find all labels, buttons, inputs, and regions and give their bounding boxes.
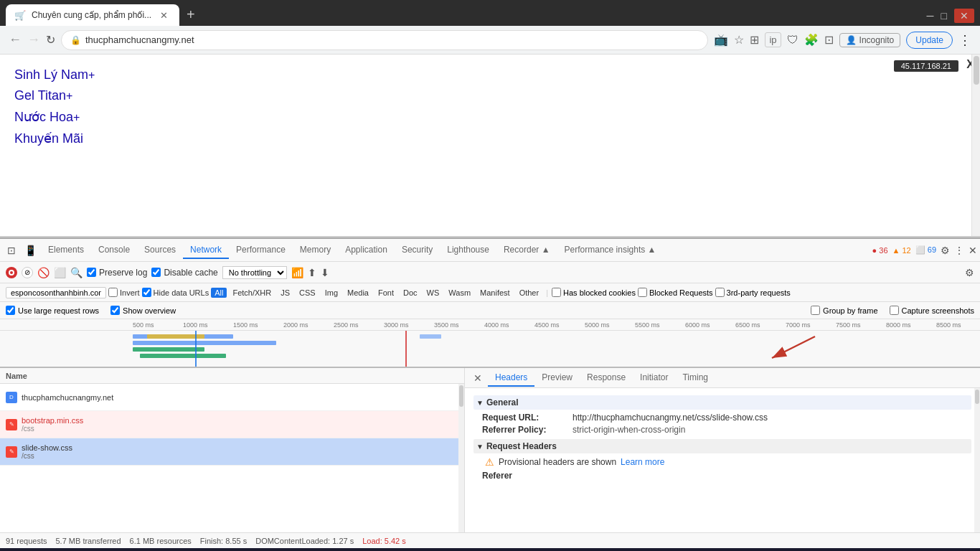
star-icon[interactable]: ☆ (734, 33, 744, 47)
record-button[interactable] (6, 267, 17, 278)
disable-cache-label[interactable]: Disable cache (151, 268, 217, 278)
tab-sources[interactable]: Sources (137, 242, 183, 259)
invert-label[interactable]: Invert (108, 288, 140, 297)
has-blocked-cookies-checkbox[interactable] (552, 288, 561, 297)
third-party-checkbox[interactable] (715, 288, 725, 297)
tab-application[interactable]: Application (338, 242, 395, 259)
link-gel-titan[interactable]: Gel Titan+ (14, 88, 966, 103)
page-scrollbar[interactable] (971, 55, 980, 236)
detail-scrollbar[interactable] (974, 388, 980, 532)
address-bar[interactable]: 🔒 thucphamchucnangmy.net (61, 30, 708, 50)
filter-js[interactable]: JS (277, 288, 293, 298)
search-icon[interactable]: 🔍 (70, 267, 83, 278)
minimize-icon[interactable]: ─ (927, 10, 934, 22)
devtools-device-icon[interactable]: 📱 (20, 245, 41, 256)
upload-icon[interactable]: ⬆ (308, 267, 316, 278)
ip-icon[interactable]: ip (765, 32, 781, 47)
filter-manifest[interactable]: Manifest (476, 288, 514, 298)
filter-other[interactable]: Other (516, 288, 543, 298)
request-headers-section-header[interactable]: ▼ Request Headers (473, 439, 971, 453)
filter-font[interactable]: Font (374, 288, 397, 298)
filter-css[interactable]: CSS (296, 288, 319, 298)
sidebar-icon[interactable]: ⊡ (824, 33, 834, 47)
tab-elements[interactable]: Elements (41, 242, 91, 259)
filter-fetch-xhr[interactable]: Fetch/XHR (229, 288, 275, 298)
tab-security[interactable]: Security (395, 242, 440, 259)
tab-performance[interactable]: Performance (229, 242, 293, 259)
network-settings-icon[interactable]: ⚙ (965, 267, 974, 278)
stop-button[interactable]: ⊘ (22, 267, 33, 278)
link-khuyen-mai[interactable]: Khuyến Mãi (14, 131, 966, 146)
link-sinh-ly-nam[interactable]: Sinh Lý Nam+ (14, 67, 966, 83)
link-nuoc-hoa[interactable]: Nước Hoa+ (14, 109, 966, 125)
wifi-icon[interactable]: 📶 (291, 267, 303, 278)
filter-all[interactable]: All (211, 288, 227, 298)
shield-icon[interactable]: 🛡 (787, 34, 798, 47)
devtools-element-select-icon[interactable]: ⊡ (3, 245, 20, 256)
learn-more-link[interactable]: Learn more (621, 457, 664, 467)
back-button[interactable]: ← (9, 32, 22, 47)
active-tab[interactable]: 🛒 Chuyên cung cấp, phẩm phối... ✕ (6, 4, 179, 26)
capture-screenshots-label[interactable]: Capture screenshots (890, 306, 975, 315)
request-row-2[interactable]: ✎ bootstrap.min.css /css (0, 411, 464, 438)
throttle-select[interactable]: No throttling (222, 266, 287, 279)
detail-tab-headers[interactable]: Headers (488, 369, 534, 387)
show-overview-checkbox[interactable] (110, 306, 120, 315)
update-button[interactable]: Update (906, 32, 953, 49)
capture-screenshots-checkbox[interactable] (890, 306, 899, 315)
tab-recorder[interactable]: Recorder ▲ (496, 242, 557, 259)
filter-doc[interactable]: Doc (400, 288, 421, 298)
new-tab-button[interactable]: + (179, 6, 202, 23)
tab-memory[interactable]: Memory (293, 242, 338, 259)
preserve-log-label[interactable]: Preserve log (87, 268, 147, 278)
detail-tab-response[interactable]: Response (580, 369, 633, 387)
detail-close-icon[interactable]: ✕ (468, 372, 488, 384)
reload-button[interactable]: ↻ (46, 33, 55, 47)
name-header[interactable]: Name (6, 372, 458, 380)
has-blocked-cookies-label[interactable]: Has blocked cookies (552, 288, 636, 297)
third-party-label[interactable]: 3rd-party requests (715, 288, 791, 297)
maximize-icon[interactable]: □ (941, 10, 947, 22)
large-rows-label[interactable]: Use large request rows (6, 306, 99, 315)
cast-icon[interactable]: 📺 (714, 33, 728, 47)
browser-menu-icon[interactable]: ⋮ (958, 32, 971, 48)
filter-icon[interactable]: ⬜ (54, 267, 66, 278)
forward-button[interactable]: → (27, 32, 40, 47)
group-by-frame-checkbox[interactable] (811, 306, 820, 315)
filter-input[interactable] (6, 287, 106, 298)
devtools-close-icon[interactable]: ✕ (969, 245, 977, 256)
clear-button[interactable]: 🚫 (37, 267, 50, 278)
grid-icon[interactable]: ⊞ (750, 33, 759, 47)
blocked-requests-label[interactable]: Blocked Requests (638, 288, 713, 297)
detail-tab-initiator[interactable]: Initiator (633, 369, 675, 387)
tab-performance-insights[interactable]: Performance insights ▲ (557, 242, 664, 259)
devtools-settings-icon[interactable]: ⚙ (941, 245, 950, 256)
invert-checkbox[interactable] (108, 288, 118, 297)
preserve-log-checkbox[interactable] (87, 268, 96, 277)
request-list-scrollbar[interactable] (458, 384, 464, 532)
waterfall-overview[interactable] (0, 331, 980, 368)
detail-tab-timing[interactable]: Timing (675, 369, 715, 387)
large-rows-checkbox[interactable] (6, 306, 15, 315)
tab-lighthouse[interactable]: Lighthouse (440, 242, 496, 259)
tab-console[interactable]: Console (91, 242, 137, 259)
request-row-3[interactable]: ✎ slide-show.css /css (0, 438, 464, 466)
puzzle-icon[interactable]: 🧩 (804, 33, 819, 47)
devtools-more-icon[interactable]: ⋮ (954, 245, 964, 256)
filter-ws[interactable]: WS (423, 288, 443, 298)
tab-network[interactable]: Network (183, 242, 229, 259)
blocked-requests-checkbox[interactable] (638, 288, 647, 297)
group-by-frame-label[interactable]: Group by frame (811, 306, 877, 315)
disable-cache-checkbox[interactable] (151, 268, 161, 277)
close-window-icon[interactable]: ✕ (954, 9, 974, 23)
request-row-1[interactable]: D thucphamchucnangmy.net (0, 384, 464, 411)
tab-close-icon[interactable]: ✕ (157, 9, 171, 22)
filter-media[interactable]: Media (344, 288, 372, 298)
hide-data-urls-checkbox[interactable] (142, 288, 151, 297)
download-icon[interactable]: ⬇ (321, 267, 329, 278)
filter-wasm[interactable]: Wasm (445, 288, 474, 298)
detail-tab-preview[interactable]: Preview (534, 369, 580, 387)
hide-data-urls-label[interactable]: Hide data URLs (142, 288, 209, 297)
filter-img[interactable]: Img (321, 288, 341, 298)
general-section-header[interactable]: ▼ General (473, 395, 971, 410)
